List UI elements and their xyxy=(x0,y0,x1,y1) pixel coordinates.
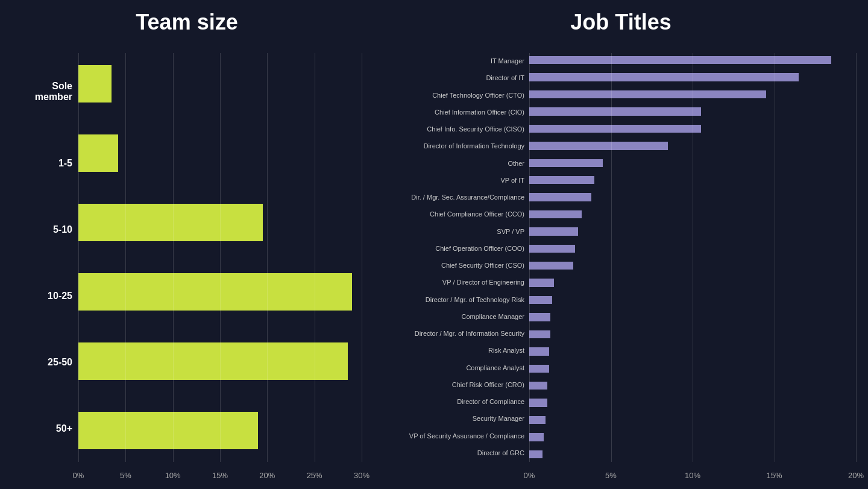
team-x-label: 25% xyxy=(307,471,322,480)
job-y-label: Chief Risk Officer (CRO) xyxy=(386,381,524,389)
team-bar xyxy=(78,342,348,380)
job-bar-row xyxy=(529,310,856,324)
job-y-label: Chief Information Officer (CIO) xyxy=(386,109,524,116)
job-x-label: 0% xyxy=(524,471,535,480)
team-y-label: 25-50 xyxy=(12,357,72,368)
job-y-label: Dir. / Mgr. Sec. Assurance/Compliance xyxy=(386,194,524,201)
job-y-label: VP of Security Assurance / Compliance xyxy=(386,432,524,440)
team-x-label: 10% xyxy=(165,471,181,480)
team-y-label: 50+ xyxy=(12,423,72,434)
job-x-label: 5% xyxy=(605,471,617,480)
job-bar xyxy=(529,433,544,441)
job-y-label: VP / Director of Engineering xyxy=(386,279,524,286)
job-bar-row xyxy=(529,53,856,68)
job-bar-row xyxy=(529,224,856,239)
job-y-label: Director / Mgr. of Information Security xyxy=(386,330,524,338)
job-y-label: Director of IT xyxy=(386,74,524,82)
job-y-label: Other xyxy=(386,160,524,168)
job-bar-row xyxy=(529,87,856,101)
job-bar-row xyxy=(529,447,856,461)
job-bar xyxy=(529,245,575,253)
job-x-axis: 0%5%10%15%20% xyxy=(529,462,856,480)
job-x-label: 10% xyxy=(685,471,700,480)
job-x-label: 15% xyxy=(766,471,782,480)
job-bar-row xyxy=(529,259,856,273)
job-y-label: Chief Technology Officer (CTO) xyxy=(386,92,524,99)
job-y-labels: IT ManagerDirector of ITChief Technology… xyxy=(386,53,524,480)
job-bar-row xyxy=(529,207,856,221)
job-bar xyxy=(529,125,701,133)
job-bar xyxy=(529,330,550,338)
job-bar-row xyxy=(529,241,856,256)
job-bar xyxy=(529,262,573,270)
job-bar-row xyxy=(529,276,856,290)
job-y-label: Compliance Analyst xyxy=(386,364,524,372)
job-bar-row xyxy=(529,190,856,204)
job-bar xyxy=(529,56,831,64)
team-x-label: 20% xyxy=(259,471,275,480)
job-bar xyxy=(529,176,594,184)
job-bar xyxy=(529,142,668,150)
team-x-label: 0% xyxy=(73,471,84,480)
job-bar-row xyxy=(529,121,856,136)
job-bar xyxy=(529,313,550,321)
job-y-label: Security Manager xyxy=(386,415,524,423)
job-bar xyxy=(529,210,582,218)
job-bar-row xyxy=(529,172,856,187)
team-bar-row xyxy=(78,400,362,462)
job-bar-row xyxy=(529,379,856,393)
job-bars-inner xyxy=(529,53,856,462)
job-y-label: Chief Info. Security Office (CISO) xyxy=(386,125,524,133)
job-y-label: Director of Compliance xyxy=(386,398,524,406)
job-y-label: Director of GRC xyxy=(386,449,524,457)
team-y-label: 5-10 xyxy=(12,224,72,235)
team-x-axis: 0%5%10%15%20%25%30% xyxy=(78,462,362,480)
team-bar xyxy=(78,65,112,103)
job-bar-row xyxy=(529,292,856,307)
job-y-label: Chief Compliance Officer (CCO) xyxy=(386,210,524,218)
job-y-label: Chief Security Officer (CSO) xyxy=(386,262,524,270)
team-bar-row xyxy=(78,53,362,115)
team-y-label: Sole member xyxy=(12,81,72,103)
job-y-label: Compliance Manager xyxy=(386,313,524,321)
job-bar-row xyxy=(529,104,856,119)
team-bar xyxy=(78,204,263,241)
team-bar xyxy=(78,412,258,449)
job-titles-section: Job Titles IT ManagerDirector of ITChief… xyxy=(386,10,856,480)
job-bar-row xyxy=(529,412,856,427)
job-bar-row xyxy=(529,430,856,444)
job-bar-row xyxy=(529,344,856,359)
team-y-labels: Sole member1-55-1010-2525-5050+ xyxy=(12,53,72,480)
job-bar xyxy=(529,416,546,424)
job-bar xyxy=(529,159,603,167)
team-size-title: Team size xyxy=(136,10,237,35)
team-bar-row xyxy=(78,192,362,254)
job-titles-title: Job Titles xyxy=(570,10,671,35)
team-size-chart-area: Sole member1-55-1010-2525-5050+ 0%5%10%1… xyxy=(12,53,362,480)
job-bar-row xyxy=(529,156,856,170)
team-y-label: 1-5 xyxy=(12,158,72,169)
team-bar-row xyxy=(78,122,362,185)
team-bar-row xyxy=(78,261,362,323)
job-bar-row xyxy=(529,327,856,341)
team-x-label: 30% xyxy=(354,471,370,480)
team-bar xyxy=(78,273,352,311)
job-bar xyxy=(529,296,552,304)
job-titles-chart-area: IT ManagerDirector of ITChief Technology… xyxy=(386,53,856,480)
job-bar xyxy=(529,73,799,81)
job-bar xyxy=(529,279,554,286)
job-x-label: 20% xyxy=(848,471,864,480)
job-bars-container: 0%5%10%15%20% xyxy=(529,53,856,480)
team-bar-row xyxy=(78,330,362,393)
job-y-label: Director / Mgr. of Technology Risk xyxy=(386,296,524,304)
job-bar-row xyxy=(529,361,856,376)
team-size-section: Team size Sole member1-55-1010-2525-5050… xyxy=(12,10,362,480)
team-bars-container: 0%5%10%15%20%25%30% xyxy=(78,53,362,480)
main-container: Team size Sole member1-55-1010-2525-5050… xyxy=(12,10,856,480)
job-bar xyxy=(529,365,549,373)
team-y-label: 10-25 xyxy=(12,291,72,301)
team-x-label: 15% xyxy=(212,471,228,480)
job-y-label: VP of IT xyxy=(386,177,524,185)
job-bar-row xyxy=(529,396,856,410)
job-bar xyxy=(529,382,547,390)
